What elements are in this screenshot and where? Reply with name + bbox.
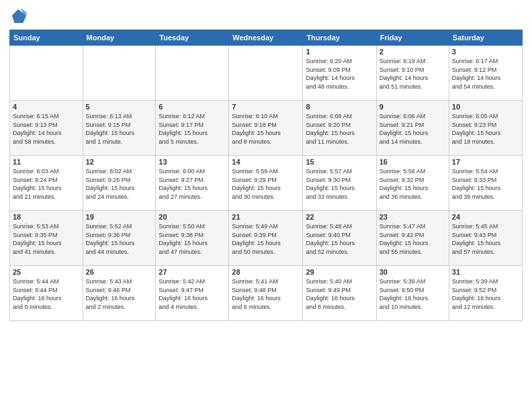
day-number: 24: [452, 213, 519, 221]
page: SundayMondayTuesdayWednesdayThursdayFrid…: [0, 0, 532, 411]
day-number: 13: [159, 158, 226, 166]
calendar-cell: 16Sunrise: 5:56 AM Sunset: 9:32 PM Dayli…: [376, 156, 449, 211]
day-info: Sunrise: 5:53 AM Sunset: 9:35 PM Dayligh…: [13, 222, 80, 256]
day-number: 29: [306, 268, 373, 276]
day-number: 7: [232, 103, 300, 111]
calendar-cell: 17Sunrise: 5:54 AM Sunset: 9:33 PM Dayli…: [449, 156, 522, 211]
day-number: 17: [452, 158, 519, 166]
day-info: Sunrise: 6:12 AM Sunset: 9:17 PM Dayligh…: [159, 112, 226, 146]
day-info: Sunrise: 5:48 AM Sunset: 9:40 PM Dayligh…: [306, 222, 373, 256]
header: [9, 7, 523, 26]
day-info: Sunrise: 5:40 AM Sunset: 9:49 PM Dayligh…: [306, 277, 373, 311]
weekday-header: Sunday: [10, 30, 83, 46]
weekday-header: Thursday: [303, 30, 376, 46]
calendar-cell: 11Sunrise: 6:03 AM Sunset: 9:24 PM Dayli…: [10, 156, 83, 211]
day-number: 30: [380, 268, 446, 276]
day-number: 23: [380, 213, 446, 221]
day-number: 22: [306, 213, 373, 221]
day-number: 31: [452, 268, 519, 276]
day-info: Sunrise: 5:45 AM Sunset: 9:43 PM Dayligh…: [452, 222, 519, 256]
day-info: Sunrise: 6:13 AM Sunset: 9:15 PM Dayligh…: [86, 112, 153, 146]
day-info: Sunrise: 5:49 AM Sunset: 9:39 PM Dayligh…: [232, 222, 300, 256]
weekday-header: Monday: [83, 30, 156, 46]
day-info: Sunrise: 5:50 AM Sunset: 9:38 PM Dayligh…: [159, 222, 226, 256]
day-info: Sunrise: 5:52 AM Sunset: 9:36 PM Dayligh…: [86, 222, 153, 256]
day-number: 5: [86, 103, 153, 111]
day-number: 14: [232, 158, 300, 166]
calendar-cell: [10, 46, 83, 101]
calendar-cell: [156, 46, 229, 101]
calendar-cell: 7Sunrise: 6:10 AM Sunset: 9:18 PM Daylig…: [229, 101, 303, 156]
calendar-cell: 8Sunrise: 6:08 AM Sunset: 9:20 PM Daylig…: [303, 101, 376, 156]
day-info: Sunrise: 5:39 AM Sunset: 9:50 PM Dayligh…: [380, 277, 446, 311]
day-number: 2: [380, 48, 446, 56]
day-info: Sunrise: 6:05 AM Sunset: 9:23 PM Dayligh…: [452, 112, 519, 146]
day-info: Sunrise: 5:44 AM Sunset: 9:44 PM Dayligh…: [13, 277, 80, 311]
day-number: 26: [86, 268, 153, 276]
calendar-cell: 24Sunrise: 5:45 AM Sunset: 9:43 PM Dayli…: [449, 211, 522, 266]
day-info: Sunrise: 6:19 AM Sunset: 9:10 PM Dayligh…: [380, 57, 446, 91]
day-info: Sunrise: 6:17 AM Sunset: 9:12 PM Dayligh…: [452, 57, 519, 91]
calendar-cell: 18Sunrise: 5:53 AM Sunset: 9:35 PM Dayli…: [10, 211, 83, 266]
calendar-cell: 14Sunrise: 5:59 AM Sunset: 9:29 PM Dayli…: [229, 156, 303, 211]
day-number: 12: [86, 158, 153, 166]
calendar-cell: 19Sunrise: 5:52 AM Sunset: 9:36 PM Dayli…: [83, 211, 156, 266]
calendar-cell: 5Sunrise: 6:13 AM Sunset: 9:15 PM Daylig…: [83, 101, 156, 156]
day-number: 1: [306, 48, 373, 56]
day-number: 10: [452, 103, 519, 111]
day-info: Sunrise: 6:00 AM Sunset: 9:27 PM Dayligh…: [159, 167, 226, 201]
day-info: Sunrise: 5:43 AM Sunset: 9:46 PM Dayligh…: [86, 277, 153, 311]
day-info: Sunrise: 6:20 AM Sunset: 9:09 PM Dayligh…: [306, 57, 373, 91]
day-info: Sunrise: 6:03 AM Sunset: 9:24 PM Dayligh…: [13, 167, 80, 201]
logo: [9, 7, 31, 26]
day-info: Sunrise: 5:42 AM Sunset: 9:47 PM Dayligh…: [159, 277, 226, 311]
calendar-cell: 30Sunrise: 5:39 AM Sunset: 9:50 PM Dayli…: [376, 266, 449, 321]
calendar-cell: 10Sunrise: 6:05 AM Sunset: 9:23 PM Dayli…: [449, 101, 522, 156]
calendar-week-row: 18Sunrise: 5:53 AM Sunset: 9:35 PM Dayli…: [10, 211, 523, 266]
weekday-header: Wednesday: [229, 30, 303, 46]
day-number: 20: [159, 213, 226, 221]
calendar-cell: 29Sunrise: 5:40 AM Sunset: 9:49 PM Dayli…: [303, 266, 376, 321]
calendar-cell: 4Sunrise: 6:15 AM Sunset: 9:13 PM Daylig…: [10, 101, 83, 156]
calendar-cell: 6Sunrise: 6:12 AM Sunset: 9:17 PM Daylig…: [156, 101, 229, 156]
calendar-cell: 22Sunrise: 5:48 AM Sunset: 9:40 PM Dayli…: [303, 211, 376, 266]
day-number: 21: [232, 213, 300, 221]
day-number: 9: [380, 103, 446, 111]
calendar-cell: 23Sunrise: 5:47 AM Sunset: 9:42 PM Dayli…: [376, 211, 449, 266]
calendar-cell: 15Sunrise: 5:57 AM Sunset: 9:30 PM Dayli…: [303, 156, 376, 211]
day-info: Sunrise: 6:10 AM Sunset: 9:18 PM Dayligh…: [232, 112, 300, 146]
day-number: 4: [13, 103, 80, 111]
day-info: Sunrise: 5:54 AM Sunset: 9:33 PM Dayligh…: [452, 167, 519, 201]
day-number: 27: [159, 268, 226, 276]
day-info: Sunrise: 6:06 AM Sunset: 9:21 PM Dayligh…: [380, 112, 446, 146]
day-info: Sunrise: 5:57 AM Sunset: 9:30 PM Dayligh…: [306, 167, 373, 201]
calendar-week-row: 1Sunrise: 6:20 AM Sunset: 9:09 PM Daylig…: [10, 46, 523, 101]
calendar-cell: 13Sunrise: 6:00 AM Sunset: 9:27 PM Dayli…: [156, 156, 229, 211]
day-info: Sunrise: 5:41 AM Sunset: 9:48 PM Dayligh…: [232, 277, 300, 311]
day-number: 25: [13, 268, 80, 276]
day-number: 18: [13, 213, 80, 221]
calendar-cell: 31Sunrise: 5:39 AM Sunset: 9:52 PM Dayli…: [449, 266, 522, 321]
calendar-week-row: 11Sunrise: 6:03 AM Sunset: 9:24 PM Dayli…: [10, 156, 523, 211]
day-number: 6: [159, 103, 226, 111]
calendar-week-row: 25Sunrise: 5:44 AM Sunset: 9:44 PM Dayli…: [10, 266, 523, 321]
calendar-cell: 21Sunrise: 5:49 AM Sunset: 9:39 PM Dayli…: [229, 211, 303, 266]
calendar-cell: 28Sunrise: 5:41 AM Sunset: 9:48 PM Dayli…: [229, 266, 303, 321]
day-info: Sunrise: 5:59 AM Sunset: 9:29 PM Dayligh…: [232, 167, 300, 201]
day-number: 11: [13, 158, 80, 166]
calendar-cell: 25Sunrise: 5:44 AM Sunset: 9:44 PM Dayli…: [10, 266, 83, 321]
day-info: Sunrise: 6:15 AM Sunset: 9:13 PM Dayligh…: [13, 112, 80, 146]
calendar-cell: 26Sunrise: 5:43 AM Sunset: 9:46 PM Dayli…: [83, 266, 156, 321]
calendar-cell: 2Sunrise: 6:19 AM Sunset: 9:10 PM Daylig…: [376, 46, 449, 101]
calendar-cell: 27Sunrise: 5:42 AM Sunset: 9:47 PM Dayli…: [156, 266, 229, 321]
calendar-cell: [83, 46, 156, 101]
weekday-header: Friday: [376, 30, 449, 46]
calendar-cell: [229, 46, 303, 101]
calendar-cell: 12Sunrise: 6:02 AM Sunset: 9:26 PM Dayli…: [83, 156, 156, 211]
weekday-header: Saturday: [449, 30, 522, 46]
logo-icon: [9, 7, 28, 26]
day-number: 28: [232, 268, 300, 276]
weekday-header: Tuesday: [156, 30, 229, 46]
day-number: 15: [306, 158, 373, 166]
day-info: Sunrise: 6:02 AM Sunset: 9:26 PM Dayligh…: [86, 167, 153, 201]
